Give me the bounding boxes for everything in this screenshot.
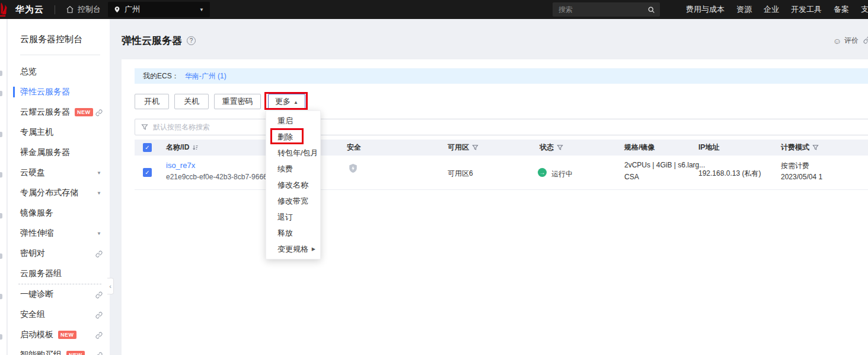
menu-item-rename[interactable]: 修改名称	[266, 177, 320, 193]
console-link[interactable]: 控制台	[66, 4, 101, 15]
menu-item-modify-bandwidth[interactable]: 修改带宽	[266, 193, 320, 209]
image-line: CSA	[624, 173, 639, 181]
sidebar-item-evs[interactable]: 云硬盘 ▼	[8, 163, 110, 183]
filter-icon[interactable]	[557, 144, 563, 151]
menu-item-restart[interactable]: 重启	[266, 113, 320, 129]
smiley-icon: ☺	[833, 36, 841, 46]
huawei-logo[interactable]	[0, 2, 8, 17]
sidebar-item-ims[interactable]: 镜像服务	[8, 203, 110, 223]
col-spec-image: 规格/镜像	[624, 142, 655, 153]
global-search[interactable]	[553, 2, 660, 17]
ecs-summary-banner: 我的ECS： 华南-广州 (1)	[135, 68, 868, 84]
nav-devtools[interactable]: 开发工具	[791, 4, 822, 15]
sidebar-collapse-handle[interactable]: ‹	[107, 278, 114, 294]
sidebar-item-bms[interactable]: 裸金属服务器	[8, 142, 110, 163]
nav-support[interactable]: 支持	[861, 4, 868, 15]
external-link-icon	[95, 331, 103, 341]
sidebar-item-dss[interactable]: 专属分布式存储 ▼	[8, 183, 110, 203]
feedback-label: 评价	[844, 36, 859, 46]
table-filter[interactable]	[135, 119, 868, 135]
col-az: 可用区	[448, 142, 469, 153]
col-ip: IP地址	[698, 142, 719, 153]
ip-value: 192.168.0.13 (私有)	[698, 169, 761, 179]
sidebar-item-overview[interactable]: 总览	[8, 62, 110, 82]
menu-item-unsubscribe[interactable]: 退订	[266, 209, 320, 225]
nav-icp[interactable]: 备案	[834, 4, 849, 15]
external-link-icon	[95, 250, 103, 259]
col-name-id: 名称/ID	[166, 142, 189, 153]
sidebar-item-launch-template[interactable]: 启动模板 NEW	[8, 325, 110, 345]
sidebar-item-smart-purchase[interactable]: 智能购买组 NEW	[8, 345, 110, 355]
menu-item-change-spec[interactable]: 变更规格 ▶	[266, 241, 320, 257]
filter-search-input[interactable]	[153, 123, 868, 131]
rail-icon-fragment	[0, 172, 2, 178]
server-name-link[interactable]: iso_re7x	[166, 161, 195, 170]
clipped-external-link-icon[interactable]	[863, 36, 868, 46]
external-link-icon	[95, 291, 103, 300]
sidebar-item-deh[interactable]: 专属主机	[8, 122, 110, 142]
status-running-icon: →	[538, 168, 547, 177]
external-link-icon	[95, 351, 103, 355]
topbar-nav: 费用与成本 资源 企业 开发工具 备案 支持	[686, 4, 868, 15]
sidebar-item-keypair[interactable]: 密钥对	[8, 243, 110, 264]
sidebar-item-as[interactable]: 弹性伸缩 ▼	[8, 223, 110, 243]
sidebar-title: 云服务器控制台	[20, 34, 110, 45]
row-checkbox[interactable]: ✓	[143, 168, 152, 177]
submenu-arrow-icon: ▶	[312, 246, 315, 252]
filter-icon[interactable]	[812, 144, 819, 151]
global-search-input[interactable]	[559, 5, 647, 14]
brand-huawei-cloud[interactable]: 华为云	[15, 4, 44, 15]
region-count-link[interactable]: 华南-广州 (1)	[185, 71, 226, 81]
nav-enterprise[interactable]: 企业	[764, 4, 779, 15]
stop-button[interactable]: 关机	[174, 94, 209, 109]
rail-icon-fragment	[0, 253, 2, 259]
external-link-icon	[95, 311, 103, 321]
search-icon[interactable]	[647, 6, 655, 14]
spec-line: 2vCPUs | 4GiB | s6.larg...	[624, 161, 705, 169]
topbar: 华为云 控制台 广州 ▼ 费用与成本 资源 企业 开发工具 备案 支持	[0, 0, 868, 19]
filter-icon[interactable]	[472, 144, 478, 151]
chevron-down-icon: ▼	[97, 231, 101, 236]
reset-password-button[interactable]: 重置密码	[214, 94, 261, 109]
funnel-icon	[141, 123, 148, 131]
collapsed-icon-rail	[0, 19, 7, 355]
active-indicator	[13, 87, 15, 97]
help-icon[interactable]: ?	[187, 36, 196, 45]
select-all-checkbox[interactable]: ✓	[143, 143, 152, 152]
sidebar-item-security-group[interactable]: 安全组	[8, 305, 110, 325]
menu-item-renew[interactable]: 续费	[266, 161, 320, 177]
chevron-down-icon: ▼	[97, 170, 101, 176]
table-header: ✓ 名称/ID 安全 可用区 状态 规格/镜像 IP地址 计费模式	[135, 140, 868, 156]
my-ecs-label: 我的ECS：	[143, 71, 179, 81]
sidebar: 云服务器控制台 总览 弹性云服务器 云耀云服务器 NEW 专属主机 裸金属服务器	[8, 19, 110, 355]
region-selector[interactable]: 广州 ▼	[108, 2, 210, 17]
topbar-divider	[55, 5, 55, 14]
status-value: 运行中	[551, 169, 573, 179]
start-button[interactable]: 开机	[135, 94, 169, 109]
feedback-button[interactable]: ☺ 评价	[833, 36, 859, 46]
region-label: 广州	[125, 4, 140, 15]
sidebar-divider	[20, 55, 100, 55]
sidebar-item-hecs[interactable]: 云耀云服务器 NEW	[8, 102, 110, 122]
az-value: 可用区6	[448, 169, 473, 179]
chevron-down-icon: ▼	[97, 191, 101, 196]
security-shield-icon[interactable]	[349, 163, 358, 175]
more-button[interactable]: 更多▲	[268, 94, 305, 109]
nav-resources[interactable]: 资源	[736, 4, 752, 15]
collapse-arrow-icon: ‹	[109, 283, 111, 290]
sidebar-item-server-group[interactable]: 云服务器组	[8, 264, 110, 284]
new-badge: NEW	[75, 108, 93, 116]
sidebar-item-ecs[interactable]: 弹性云服务器	[8, 82, 110, 102]
billing-mode-value: 按需计费	[781, 161, 809, 171]
menu-item-release[interactable]: 释放	[266, 225, 320, 241]
server-table-row[interactable]: ✓ iso_re7x e21e9ccb-ef0e-42b3-8cb7-96662…	[135, 156, 868, 190]
chevron-down-icon: ▼	[199, 7, 204, 12]
nav-billing[interactable]: 费用与成本	[686, 4, 725, 15]
home-icon	[66, 5, 74, 14]
sort-icon[interactable]	[192, 144, 199, 151]
sidebar-item-diagnosis[interactable]: 一键诊断	[8, 284, 110, 305]
col-status: 状态	[540, 142, 554, 153]
menu-item-change-to-yearly[interactable]: 转包年/包月	[266, 145, 320, 161]
menu-item-delete[interactable]: 删除	[266, 129, 320, 145]
chevron-up-icon: ▲	[293, 100, 298, 105]
